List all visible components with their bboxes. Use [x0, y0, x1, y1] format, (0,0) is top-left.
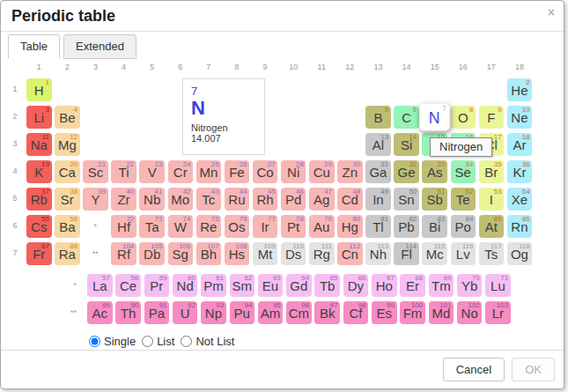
radio-input-not-list[interactable]	[181, 336, 192, 347]
element-Db[interactable]: Db105	[139, 242, 165, 265]
element-Og[interactable]: Og118	[507, 242, 533, 265]
element-W[interactable]: W74	[168, 215, 194, 238]
element-Os[interactable]: Os76	[225, 215, 250, 238]
element-Cf[interactable]: Cf98	[343, 301, 369, 324]
element-Mn[interactable]: Mn25	[196, 160, 222, 183]
element-Xe[interactable]: Xe54	[507, 188, 533, 211]
element-Er[interactable]: Er68	[400, 274, 425, 297]
element-Ba[interactable]: Ba56	[55, 215, 80, 238]
element-V[interactable]: V23	[139, 160, 165, 183]
element-Br[interactable]: Br35	[479, 160, 505, 183]
element-Cd[interactable]: Cd48	[337, 188, 363, 211]
element-Kr[interactable]: Kr36	[507, 160, 533, 183]
element-Cs[interactable]: Cs55	[26, 215, 52, 238]
element-At[interactable]: At85	[479, 215, 505, 238]
element-Li[interactable]: Li3	[26, 106, 52, 129]
element-Ge[interactable]: Ge32	[394, 160, 419, 183]
element-Th[interactable]: Th90	[115, 301, 141, 324]
element-Ir[interactable]: Ir77	[253, 215, 278, 238]
element-Ds[interactable]: Ds110	[281, 242, 306, 265]
element-I[interactable]: I53	[479, 188, 505, 211]
element-Re[interactable]: Re75	[196, 215, 222, 238]
element-Sc[interactable]: Sc21	[83, 160, 108, 183]
element-Pu[interactable]: Pu94	[230, 301, 255, 324]
element-Np[interactable]: Np93	[201, 301, 226, 324]
element-Hs[interactable]: Hs108	[225, 242, 250, 265]
element-La[interactable]: La57	[87, 274, 113, 297]
element-U[interactable]: U92	[173, 301, 198, 324]
element-Tm[interactable]: Tm69	[429, 274, 454, 297]
element-In[interactable]: In49	[365, 188, 391, 211]
element-Ho[interactable]: Ho67	[372, 274, 397, 297]
element-Y[interactable]: Y39	[83, 188, 108, 211]
element-Ru[interactable]: Ru44	[225, 188, 250, 211]
element-Rf[interactable]: Rf104	[111, 242, 136, 265]
element-Cu[interactable]: Cu29	[309, 160, 335, 183]
element-Ne[interactable]: Ne10	[507, 106, 533, 129]
element-Mo[interactable]: Mo42	[168, 188, 194, 211]
element-Md[interactable]: Md101	[429, 301, 454, 324]
element-Sm[interactable]: Sm62	[230, 274, 255, 297]
element-Ti[interactable]: Ti22	[111, 160, 136, 183]
element-Ta[interactable]: Ta73	[139, 215, 165, 238]
radio-list[interactable]: List	[142, 335, 174, 348]
element-Mc[interactable]: Mc115	[422, 242, 447, 265]
element-Pb[interactable]: Pb82	[394, 215, 419, 238]
element-Sn[interactable]: Sn50	[394, 188, 419, 211]
element-Lu[interactable]: Lu71	[485, 274, 511, 297]
element-B[interactable]: B5	[365, 106, 391, 129]
element-Fm[interactable]: Fm100	[400, 301, 425, 324]
element-No[interactable]: No102	[457, 301, 483, 324]
element-Bk[interactable]: Bk97	[314, 301, 340, 324]
element-Ga[interactable]: Ga31	[365, 160, 391, 183]
element-K[interactable]: K19	[26, 160, 52, 183]
element-Rh[interactable]: Rh45	[253, 188, 278, 211]
element-Dy[interactable]: Dy66	[343, 274, 369, 297]
element-Rg[interactable]: Rg111	[309, 242, 335, 265]
element-Ts[interactable]: Ts117	[479, 242, 505, 265]
element-Be[interactable]: Be4	[55, 106, 80, 129]
element-F[interactable]: F9	[479, 106, 505, 129]
element-Sr[interactable]: Sr38	[55, 188, 80, 211]
element-H[interactable]: H1	[26, 78, 52, 101]
tab-extended[interactable]: Extended	[63, 34, 136, 59]
element-Se[interactable]: Se34	[451, 160, 476, 183]
element-Ac[interactable]: Ac89	[87, 301, 113, 324]
element-Pd[interactable]: Pd46	[281, 188, 306, 211]
element-Nb[interactable]: Nb41	[139, 188, 165, 211]
element-Nd[interactable]: Nd60	[173, 274, 198, 297]
element-Mg[interactable]: Mg12	[55, 133, 80, 156]
radio-single[interactable]: Single	[89, 335, 136, 348]
element-As[interactable]: As33	[422, 160, 447, 183]
element-He[interactable]: He2	[507, 78, 533, 101]
element-O[interactable]: O8	[451, 106, 476, 129]
element-Pa[interactable]: Pa91	[144, 301, 170, 324]
element-Hf[interactable]: Hf72	[111, 215, 136, 238]
element-Sb[interactable]: Sb51	[422, 188, 447, 211]
radio-not-list[interactable]: Not List	[181, 335, 234, 348]
ok-button[interactable]: OK	[512, 358, 555, 381]
element-Bh[interactable]: Bh107	[196, 242, 222, 265]
element-Hg[interactable]: Hg80	[337, 215, 363, 238]
element-Cm[interactable]: Cm96	[286, 301, 312, 324]
element-Pr[interactable]: Pr59	[144, 274, 170, 297]
element-Lv[interactable]: Lv116	[451, 242, 476, 265]
element-Lr[interactable]: Lr103	[485, 301, 511, 324]
tab-table[interactable]: Table	[8, 34, 60, 59]
element-Rb[interactable]: Rb37	[26, 188, 52, 211]
element-Ra[interactable]: Ra88	[55, 242, 80, 265]
element-Ni[interactable]: Ni28	[281, 160, 306, 183]
element-Si[interactable]: Si14	[394, 133, 419, 156]
element-Au[interactable]: Au79	[309, 215, 335, 238]
element-Fl[interactable]: Fl114	[394, 242, 419, 265]
element-Tb[interactable]: Tb65	[314, 274, 340, 297]
element-Gd[interactable]: Gd64	[286, 274, 312, 297]
element-Ag[interactable]: Ag47	[309, 188, 335, 211]
element-Ar[interactable]: Ar18	[507, 133, 533, 156]
element-Ca[interactable]: Ca20	[55, 160, 80, 183]
element-Bi[interactable]: Bi83	[422, 215, 447, 238]
element-Eu[interactable]: Eu63	[258, 274, 284, 297]
element-Es[interactable]: Es99	[372, 301, 397, 324]
element-Ce[interactable]: Ce58	[115, 274, 141, 297]
element-Cn[interactable]: Cn112	[337, 242, 363, 265]
